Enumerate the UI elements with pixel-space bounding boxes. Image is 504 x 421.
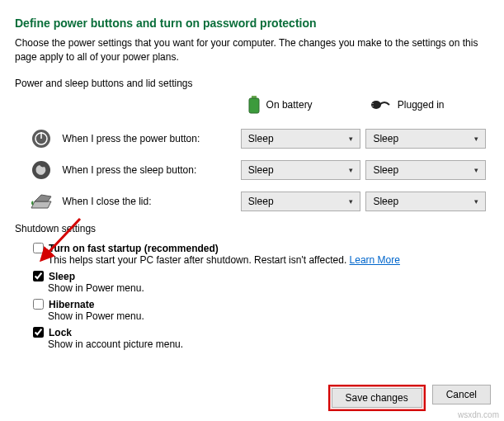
sleep-checkbox[interactable] — [33, 271, 44, 281]
chevron-down-icon: ▾ — [474, 197, 478, 206]
sleep-option-desc: Show in Power menu. — [48, 282, 491, 294]
shutdown-section-heading: Shutdown settings — [15, 223, 491, 234]
power-plugged-dropdown[interactable]: Sleep ▾ — [365, 129, 486, 149]
hibernate-checkbox[interactable] — [33, 299, 44, 310]
col-battery-label: On battery — [266, 99, 313, 111]
cancel-button[interactable]: Cancel — [432, 385, 491, 404]
watermark: wsxdn.com — [458, 410, 499, 419]
lid-battery-dropdown[interactable]: Sleep ▾ — [241, 192, 361, 211]
chevron-down-icon: ▾ — [349, 166, 353, 174]
sleep-option-label: Sleep — [49, 271, 75, 282]
sleep-battery-value: Sleep — [248, 164, 274, 176]
power-button-label: When I press the power button: — [62, 133, 240, 144]
learn-more-link[interactable]: Learn More — [350, 254, 400, 266]
power-battery-value: Sleep — [248, 133, 274, 144]
sleep-battery-dropdown[interactable]: Sleep ▾ — [241, 160, 361, 180]
plug-icon — [370, 98, 391, 111]
sleep-plugged-dropdown[interactable]: Sleep ▾ — [365, 160, 486, 180]
lock-label: Lock — [49, 327, 72, 338]
lid-icon — [30, 193, 53, 210]
fast-startup-label: Turn on fast startup (recommended) — [49, 243, 219, 254]
col-plugged-label: Plugged in — [398, 99, 445, 111]
buttons-section-heading: Power and sleep buttons and lid settings — [15, 78, 491, 89]
hibernate-label: Hibernate — [49, 299, 94, 310]
power-plugged-value: Sleep — [373, 133, 398, 144]
power-button-icon — [31, 129, 51, 149]
sleep-button-icon — [31, 160, 51, 180]
save-button[interactable]: Save changes — [332, 388, 422, 408]
fast-startup-desc: This helps start your PC faster after sh… — [48, 254, 346, 266]
fast-startup-checkbox[interactable] — [33, 243, 44, 253]
svg-marker-10 — [31, 201, 51, 208]
svg-rect-2 — [249, 98, 259, 113]
lock-checkbox[interactable] — [33, 327, 44, 338]
lock-desc: Show in account picture menu. — [48, 338, 491, 350]
chevron-down-icon: ▾ — [474, 135, 478, 143]
save-button-highlight: Save changes — [328, 385, 426, 411]
lid-plugged-dropdown[interactable]: Sleep ▾ — [365, 192, 486, 211]
sleep-plugged-value: Sleep — [373, 164, 398, 176]
lid-plugged-value: Sleep — [373, 196, 398, 207]
page-description: Choose the power settings that you want … — [15, 36, 491, 64]
lid-label: When I close the lid: — [62, 196, 240, 207]
power-battery-dropdown[interactable]: Sleep ▾ — [241, 129, 361, 149]
chevron-down-icon: ▾ — [349, 197, 353, 206]
sleep-button-label: When I press the sleep button: — [62, 164, 240, 176]
page-title: Define power buttons and turn on passwor… — [15, 17, 491, 30]
svg-marker-11 — [35, 195, 51, 201]
battery-icon — [248, 96, 260, 114]
lid-battery-value: Sleep — [248, 196, 274, 207]
svg-rect-5 — [371, 106, 374, 106]
chevron-down-icon: ▾ — [474, 166, 478, 174]
hibernate-desc: Show in Power menu. — [48, 310, 491, 322]
svg-rect-4 — [371, 103, 374, 104]
chevron-down-icon: ▾ — [349, 135, 353, 143]
